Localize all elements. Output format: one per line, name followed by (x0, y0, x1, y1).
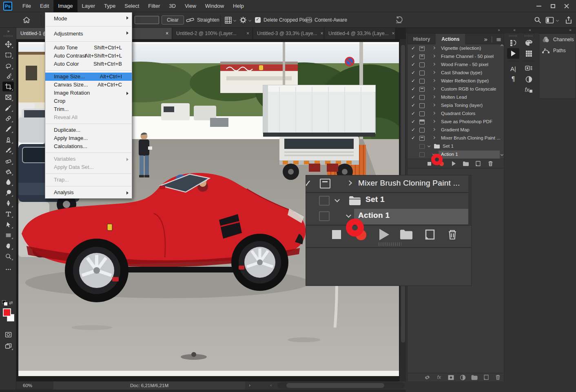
menu-item-analysis[interactable]: Analysis (45, 188, 132, 197)
character-panel-button[interactable]: A| (506, 63, 520, 74)
swatches-panel-button[interactable] (522, 48, 536, 59)
action-selected-row[interactable]: Action 1 (408, 151, 504, 159)
tab-untitled-4[interactable]: Untitled-4 @ 33,3% (Laye... × (324, 28, 396, 39)
dodge-tool[interactable] (2, 188, 14, 197)
collapse-panel-icon[interactable]: » (498, 28, 500, 32)
dialog-toggle-icon[interactable] (419, 79, 425, 84)
toolbar-grip[interactable] (4, 35, 13, 37)
status-expand-icon[interactable]: › (249, 381, 250, 390)
layer-style-button[interactable]: fx (433, 374, 445, 380)
type-tool[interactable] (2, 209, 14, 219)
quick-mask-button[interactable] (2, 330, 14, 339)
action-item[interactable]: ✓ Custom RGB to Grayscale (408, 85, 504, 93)
workspace-switcher[interactable] (545, 13, 558, 27)
color-panel-button[interactable] (522, 38, 536, 48)
menu-item-auto-contrast[interactable]: Auto ContrastAlt+Shift+Ctrl+L (45, 52, 132, 60)
expand-chevron-icon[interactable] (432, 128, 435, 131)
include-check-icon[interactable]: ✓ (411, 78, 415, 84)
panel-menu-icon[interactable]: ≡ (496, 35, 501, 43)
delete-cropped-pixels-checkbox[interactable]: Delete Cropped Pixels (255, 13, 312, 27)
rail-grip[interactable] (525, 35, 533, 37)
expand-chevron-icon[interactable] (432, 120, 435, 123)
menu-item-canvas-size[interactable]: Canvas Size...Alt+Ctrl+C (45, 81, 132, 89)
menu-item-adjustments[interactable]: Adjustments (45, 29, 132, 39)
eraser-tool[interactable] (2, 156, 14, 166)
action-item[interactable]: ✓ Save as Photoshop PDF (408, 118, 504, 126)
eyedropper-tool[interactable] (2, 103, 14, 113)
action-item[interactable]: ✓ Mixer Brush Cloning Paint ... (408, 134, 504, 142)
hand-tool[interactable] (2, 241, 14, 250)
include-check-icon[interactable]: ✓ (411, 62, 415, 67)
expand-chevron-icon[interactable] (432, 87, 435, 90)
tab-untitled-3[interactable]: Untitled-3 @ 33,3% (Laye... × (253, 28, 324, 39)
screen-mode-button[interactable] (2, 341, 14, 351)
include-check-icon[interactable]: ✓ (411, 86, 415, 92)
adjustments-panel-button[interactable] (522, 74, 536, 84)
dialog-toggle-icon[interactable] (419, 120, 425, 124)
dialog-toggle-icon[interactable] (419, 71, 425, 75)
dialog-toggle-icon[interactable] (419, 152, 425, 157)
rail-grip[interactable] (509, 35, 517, 37)
brush-tool[interactable] (2, 124, 14, 134)
zoom-tool[interactable] (2, 251, 14, 261)
expand-chevron-icon[interactable] (432, 55, 435, 58)
menu-3d[interactable]: 3D (164, 0, 180, 12)
collapse-rail-icon[interactable]: « (529, 28, 531, 32)
include-check-icon[interactable]: ✓ (411, 102, 415, 108)
collapse-rail-icon[interactable]: « (513, 28, 515, 32)
expand-chevron-icon[interactable] (432, 104, 435, 106)
tab-history[interactable]: History (408, 34, 436, 44)
marquee-tool[interactable] (2, 50, 14, 60)
history-brush-tool[interactable] (2, 145, 14, 155)
action-item[interactable]: ✓ Wood Frame - 50 pixel (408, 61, 504, 69)
clear-button[interactable]: Clear (162, 13, 184, 27)
action-item[interactable]: ✓ Frame Channel - 50 pixel (408, 53, 504, 61)
action-set-row[interactable]: Set 1 (408, 142, 504, 151)
play-button[interactable] (448, 161, 460, 166)
menu-item-mode[interactable]: Mode (45, 13, 132, 24)
delete-button[interactable] (484, 161, 496, 166)
dialog-toggle-icon[interactable] (419, 62, 425, 67)
new-set-button[interactable] (460, 161, 472, 166)
close-button[interactable] (560, 1, 574, 11)
action-item[interactable]: ✓ Cast Shadow (type) (408, 69, 504, 77)
menu-item-image-size[interactable]: Image Size...Alt+Ctrl+I (45, 73, 132, 81)
dialog-toggle-icon[interactable] (419, 103, 425, 108)
paths-panel-button[interactable]: Paths (539, 45, 576, 56)
styles-panel-button[interactable]: fx (522, 84, 536, 95)
menu-item-auto-tone[interactable]: Auto ToneShift+Ctrl+L (45, 44, 132, 52)
menu-item-image-rotation[interactable]: Image Rotation (45, 89, 132, 97)
menu-image[interactable]: Image (53, 0, 77, 12)
dialog-toggle-icon[interactable] (419, 95, 425, 100)
share-button[interactable] (565, 13, 573, 27)
dialog-toggle-icon[interactable] (419, 136, 425, 141)
scroll-down-icon[interactable] (501, 153, 503, 156)
rectangle-tool[interactable] (2, 230, 14, 240)
paragraph-panel-button[interactable]: ¶ (506, 74, 520, 84)
include-check-icon[interactable]: ✓ (411, 94, 415, 100)
dialog-toggle-icon[interactable] (419, 111, 425, 116)
delete-layer-button[interactable] (492, 374, 504, 380)
menu-select[interactable]: Select (120, 0, 144, 12)
action-item[interactable]: ✓ Molten Lead (408, 93, 504, 102)
expand-chevron-icon[interactable] (432, 47, 435, 49)
close-tab-icon[interactable]: × (392, 31, 395, 36)
collapse-chevron-icon[interactable] (428, 144, 430, 147)
lasso-tool[interactable] (2, 60, 14, 70)
new-action-button[interactable] (472, 161, 484, 166)
scrollbar-thumb[interactable] (286, 383, 384, 388)
menu-file[interactable]: File (18, 0, 35, 12)
channels-panel-button[interactable]: Channels (539, 34, 576, 45)
tab-untitled-2[interactable]: Untitled-2 @ 100% (Layer... × (172, 28, 253, 39)
add-mask-button[interactable] (445, 375, 457, 380)
edit-toolbar-button[interactable] (2, 264, 14, 274)
action-item[interactable]: ✓ Vignette (selection) (408, 44, 504, 53)
move-tool[interactable] (2, 39, 14, 49)
dialog-toggle-icon[interactable] (419, 128, 425, 133)
menu-item-auto-color[interactable]: Auto ColorShift+Ctrl+B (45, 60, 132, 68)
dialog-toggle-icon[interactable] (419, 54, 425, 59)
menu-view[interactable]: View (180, 0, 201, 12)
expand-chevron-icon[interactable] (432, 136, 435, 139)
expand-chevron-icon[interactable] (432, 79, 435, 82)
menu-help[interactable]: Help (228, 0, 248, 12)
